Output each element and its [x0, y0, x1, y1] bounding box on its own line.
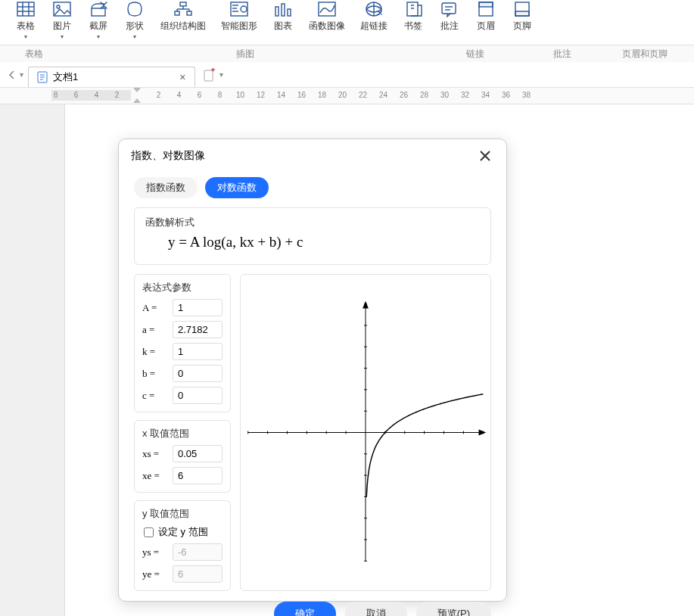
dialog-header: 指数、对数图像: [119, 139, 506, 173]
ribbon-item-label: 页眉: [477, 20, 495, 33]
ok-button[interactable]: 确定: [274, 602, 336, 616]
ribbon-orgchart[interactable]: 组织结构图: [153, 0, 213, 45]
param-a-input[interactable]: [173, 321, 223, 338]
document-tabs-bar: ▾ 文档1 × ▾: [0, 62, 694, 88]
ribbon-item-label: 函数图像: [309, 20, 345, 33]
formula-title: 函数解析式: [145, 216, 480, 229]
ruler-tick-label: 28: [414, 91, 434, 99]
ribbon-hyperlink[interactable]: 超链接: [353, 0, 395, 45]
ribbon-group-labels: 表格插图链接批注页眉和页脚: [0, 45, 694, 62]
chevron-down-icon: ▾: [61, 33, 64, 40]
ruler-tick-label: 36: [496, 91, 516, 99]
screenshot-icon: [88, 0, 109, 18]
tabs-nav-back-icon[interactable]: [5, 65, 20, 85]
new-tab-dropdown-icon[interactable]: ▾: [219, 70, 223, 79]
param-c-input[interactable]: [173, 387, 223, 404]
param-a-label: a =: [142, 324, 168, 336]
image-icon: [51, 0, 73, 18]
footer-icon: [512, 0, 533, 18]
param-xs-input[interactable]: [173, 445, 223, 462]
orgchart-icon: [173, 0, 194, 18]
ruler-tick-label: 30: [434, 91, 455, 99]
param-b-input[interactable]: [173, 365, 223, 382]
tab-logarithm[interactable]: 对数函数: [205, 177, 269, 198]
param-xe-input[interactable]: [173, 467, 223, 484]
ruler-tick-label: 6: [189, 91, 210, 99]
function-type-tabs: 指数函数 对数函数: [134, 177, 491, 198]
ribbon-function-graph[interactable]: 函数图像: [301, 0, 353, 45]
svg-rect-30: [479, 2, 493, 7]
yrange-title: y 取值范围: [142, 507, 223, 521]
preview-button[interactable]: 预览(P): [416, 602, 491, 616]
ruler-tick-label: 22: [353, 91, 373, 99]
svg-rect-13: [175, 11, 179, 15]
ribbon-screenshot[interactable]: 截屏 ▾: [80, 0, 117, 45]
ribbon-item-label: 页脚: [513, 20, 531, 33]
table-icon: [15, 0, 36, 18]
svg-rect-15: [231, 2, 247, 16]
ruler-tick-label: 24: [373, 91, 394, 99]
bookmark-icon: [403, 0, 424, 18]
svg-rect-7: [92, 8, 105, 16]
indent-marker-icon[interactable]: [133, 88, 141, 103]
ribbon-header[interactable]: 页眉: [468, 0, 504, 45]
ribbon-group-label: 页眉和页脚: [596, 45, 694, 62]
ribbon-bookmark[interactable]: 书签: [395, 0, 431, 45]
tabs-nav-dropdown-icon[interactable]: ▾: [20, 70, 23, 79]
param-ys-label: ys =: [142, 546, 168, 558]
ribbon-item-label: 超链接: [360, 20, 387, 33]
ruler-tick-label: 16: [291, 91, 312, 99]
param-k-label: k =: [142, 346, 168, 358]
shapes-icon: [124, 0, 145, 18]
cancel-button[interactable]: 取消: [345, 602, 407, 616]
ruler-tick-label: 2: [107, 91, 127, 99]
xrange-title: x 取值范围: [142, 427, 223, 440]
comment-icon: [439, 0, 460, 18]
ribbon-group-label: 批注: [528, 45, 596, 62]
ribbon-image[interactable]: 图片 ▾: [44, 0, 80, 45]
ribbon-comment[interactable]: 批注: [431, 0, 468, 45]
ruler-tick-label: 12: [251, 91, 271, 99]
dialog-title: 指数、对数图像: [131, 149, 205, 163]
ribbon-item-label: 截屏: [89, 20, 107, 33]
ribbon-smartart[interactable]: 智能图形: [213, 0, 265, 45]
ruler-tick-label: 4: [86, 91, 107, 99]
tab-close-icon[interactable]: ×: [178, 71, 187, 83]
ruler-tick-label: 2: [148, 91, 169, 99]
ruler-tick-label: 18: [312, 91, 332, 99]
params-title: 表达式参数: [142, 281, 223, 294]
formula-text: y = A log(a, kx + b) + c: [145, 234, 480, 250]
ribbon-footer[interactable]: 页脚: [504, 0, 540, 45]
ribbon-chart[interactable]: 图表: [265, 0, 301, 45]
close-icon[interactable]: [476, 147, 494, 165]
ribbon-item-label: 批注: [440, 20, 459, 33]
function-graph-icon: [316, 0, 338, 18]
ribbon-group-label: 链接: [422, 45, 528, 62]
document-tab[interactable]: 文档1 ×: [28, 67, 195, 87]
ruler-tick-label: 10: [230, 91, 251, 99]
x-range-params: x 取值范围 xs = xe =: [134, 420, 231, 493]
log-curve-plot: [241, 275, 490, 590]
svg-point-6: [57, 5, 60, 8]
header-icon: [475, 0, 496, 18]
function-graph-dialog: 指数、对数图像 指数函数 对数函数 函数解析式 y = A log(a, kx …: [118, 138, 507, 602]
param-k-input[interactable]: [173, 343, 223, 360]
svg-point-19: [241, 6, 247, 12]
ruler-tick-label: 26: [394, 91, 414, 99]
ribbon: 表格 ▾ 图片 ▾ 截屏 ▾ 形状 ▾ 组织结构图 智能图形 图表 函数图像 超…: [0, 0, 694, 45]
ribbon-shapes[interactable]: 形状 ▾: [117, 0, 153, 45]
smartart-icon: [229, 0, 250, 18]
param-ye-input: [173, 565, 223, 583]
param-ys-input: [173, 543, 223, 561]
ruler-tick-label: 6: [66, 91, 86, 99]
ruler-tick-label: 38: [516, 91, 537, 99]
ruler-tick-label: 14: [271, 91, 291, 99]
chevron-down-icon: ▾: [24, 33, 27, 40]
ribbon-table[interactable]: 表格 ▾: [8, 0, 44, 45]
chevron-down-icon: ▾: [97, 33, 100, 40]
ruler-tick-label: 20: [332, 91, 353, 99]
new-tab-button[interactable]: [201, 65, 216, 85]
tab-exponential[interactable]: 指数函数: [134, 177, 198, 198]
yrange-checkbox[interactable]: [144, 527, 154, 537]
param-A-input[interactable]: [173, 299, 223, 316]
